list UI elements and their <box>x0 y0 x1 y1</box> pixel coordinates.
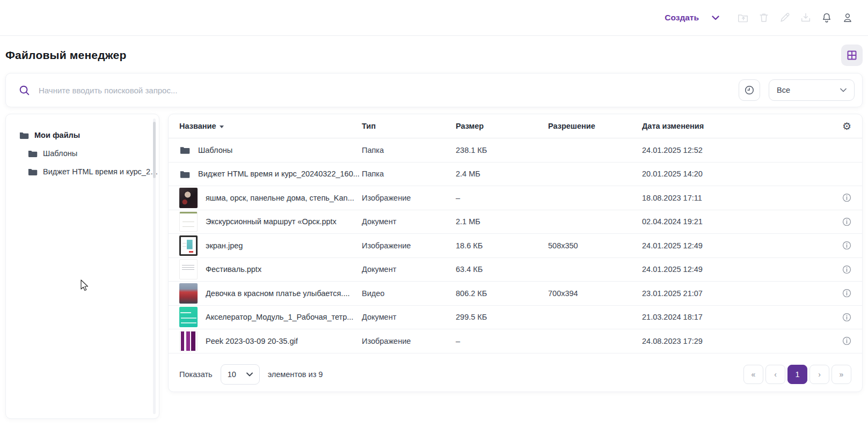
file-thumbnail <box>179 331 198 351</box>
file-name: Акселератор_Модуль_1_Рабочая_тетр... <box>206 313 353 321</box>
sidebar-folder-label: Мои файлы <box>34 131 80 139</box>
file-type-cell: Папка <box>362 146 456 154</box>
content: Мои файлы Шаблоны Виджет HTML время и ку… <box>0 107 868 419</box>
file-name: Шаблоны <box>198 146 232 154</box>
table-row[interactable]: Виджет HTML время и курс_20240322_160...… <box>169 163 862 187</box>
grid-icon <box>847 50 857 61</box>
per-page-value: 10 <box>228 370 236 379</box>
file-date-cell: 18.08.2023 17:11 <box>642 194 830 202</box>
file-size-cell: 238.1 КБ <box>456 146 548 154</box>
file-size-cell: 2.4 МБ <box>456 169 548 178</box>
chevron-down-icon <box>246 372 253 377</box>
column-header-size[interactable]: Размер <box>456 122 548 130</box>
table-settings-gear-icon[interactable]: ⚙ <box>842 121 851 131</box>
table-row[interactable]: Акселератор_Модуль_1_Рабочая_тетр... Док… <box>169 306 862 330</box>
file-size-cell: – <box>456 337 548 345</box>
search-history-button[interactable] <box>739 79 760 101</box>
create-button-label: Создать <box>665 13 699 23</box>
search-icon <box>19 85 30 96</box>
bell-icon[interactable] <box>821 12 833 24</box>
file-date-cell: 24.01.2025 12:49 <box>642 241 830 250</box>
folder-tree: Мои файлы Шаблоны Виджет HTML время и ку… <box>6 126 159 181</box>
column-header-name[interactable]: Название <box>179 122 362 130</box>
info-icon[interactable] <box>842 336 851 345</box>
info-icon[interactable] <box>842 289 851 298</box>
pagination-first-button[interactable]: « <box>743 365 763 384</box>
info-icon[interactable] <box>842 265 851 274</box>
file-name: Экскурсионный маршрут «Орск.pptx <box>206 217 337 226</box>
table-row[interactable]: Экскурсионный маршрут «Орск.pptx Докумен… <box>169 210 862 234</box>
user-icon[interactable] <box>842 12 854 24</box>
info-icon[interactable] <box>842 193 851 202</box>
search-input[interactable] <box>39 86 730 95</box>
table-row[interactable]: Девочка в красном платье улыбается.... В… <box>169 282 862 306</box>
search-filter-select[interactable]: Все <box>769 79 855 101</box>
file-date-cell: 20.01.2025 14:20 <box>642 169 830 178</box>
table-footer: Показать 10 элементов из 9 « ‹ 1 › » <box>169 357 862 392</box>
table-header-row: Название Тип Размер Разрешение Дата изме… <box>169 114 862 138</box>
info-icon[interactable] <box>842 241 851 250</box>
table-row[interactable]: яшма, орск, панельне дома, степь_Kan... … <box>169 186 862 210</box>
download-icon[interactable] <box>800 12 812 24</box>
file-type-cell: Документ <box>362 265 456 274</box>
per-page-select[interactable]: 10 <box>221 364 260 385</box>
folder-sidebar: Мои файлы Шаблоны Виджет HTML время и ку… <box>5 114 159 419</box>
sidebar-folder-item[interactable]: Мои файлы <box>6 126 159 144</box>
column-header-type[interactable]: Тип <box>362 122 456 130</box>
file-date-cell: 02.04.2024 19:21 <box>642 217 830 226</box>
file-date-cell: 24.01.2025 12:52 <box>642 146 830 154</box>
file-type-cell: Изображение <box>362 194 456 202</box>
folder-icon <box>179 169 190 179</box>
file-name-cell: яшма, орск, панельне дома, степь_Kan... <box>179 188 362 208</box>
pagination-last-button[interactable]: » <box>831 365 851 384</box>
table-row[interactable]: Шаблоны Папка 238.1 КБ 24.01.2025 12:52 <box>169 138 862 163</box>
page-head: Файловый менеджер <box>0 36 868 66</box>
pagination: « ‹ 1 › » <box>743 365 851 384</box>
pagination-next-button[interactable]: › <box>809 365 829 384</box>
file-name-cell: Девочка в красном платье улыбается.... <box>179 283 362 304</box>
sidebar-folder-item[interactable]: Виджет HTML время и курс_20240... <box>6 163 159 181</box>
file-name-cell: Акселератор_Модуль_1_Рабочая_тетр... <box>179 307 362 327</box>
file-resolution-cell: 700x394 <box>548 289 642 298</box>
pagination-page-1-button[interactable]: 1 <box>787 365 807 384</box>
trash-icon[interactable] <box>758 12 770 24</box>
info-icon[interactable] <box>842 313 851 322</box>
file-name: яшма, орск, панельне дома, степь_Kan... <box>206 194 354 202</box>
file-thumbnail <box>179 235 198 256</box>
search-filter-value: Все <box>777 86 790 94</box>
sidebar-folder-item[interactable]: Шаблоны <box>6 144 159 163</box>
info-icon[interactable] <box>842 217 851 226</box>
sort-desc-icon <box>220 126 224 128</box>
topbar: Создать <box>0 0 868 36</box>
folder-upload-icon[interactable] <box>737 12 749 24</box>
edit-icon[interactable] <box>779 12 791 24</box>
table-row[interactable]: экран.jpeg Изображение 18.6 КБ 508x350 2… <box>169 234 862 258</box>
file-thumbnail <box>179 307 198 327</box>
grid-view-button[interactable] <box>841 45 863 66</box>
pagination-prev-button[interactable]: ‹ <box>765 365 785 384</box>
file-name: Peek 2023-03-09 20-35.gif <box>206 337 298 345</box>
page-title: Файловый менеджер <box>5 49 126 62</box>
file-size-cell: 2.1 МБ <box>456 217 548 226</box>
file-size-cell: – <box>456 194 548 202</box>
file-name-cell: Виджет HTML время и курс_20240322_160... <box>179 169 362 179</box>
chevron-down-icon <box>840 88 847 92</box>
sidebar-scrollbar-thumb[interactable] <box>153 122 156 178</box>
file-type-cell: Изображение <box>362 337 456 345</box>
table-row[interactable]: Peek 2023-03-09 20-35.gif Изображение – … <box>169 329 862 353</box>
file-name-cell: Фестиваль.pptx <box>179 259 362 279</box>
chevron-down-icon <box>712 16 719 20</box>
table-row[interactable]: Фестиваль.pptx Документ 63.4 КБ 24.01.20… <box>169 258 862 282</box>
folder-icon <box>27 149 38 158</box>
file-thumbnail <box>179 211 198 232</box>
file-name-cell: Peek 2023-03-09 20-35.gif <box>179 331 362 351</box>
folder-icon <box>27 167 38 176</box>
file-size-cell: 299.5 КБ <box>456 313 548 321</box>
column-header-resolution[interactable]: Разрешение <box>548 122 642 130</box>
sidebar-folder-label: Виджет HTML время и курс_20240... <box>43 167 158 176</box>
column-header-date[interactable]: Дата изменения <box>642 122 830 130</box>
create-button[interactable]: Создать <box>665 13 719 23</box>
clock-icon <box>744 85 755 95</box>
show-label: Показать <box>179 370 213 379</box>
file-date-cell: 21.03.2024 18:17 <box>642 313 830 321</box>
